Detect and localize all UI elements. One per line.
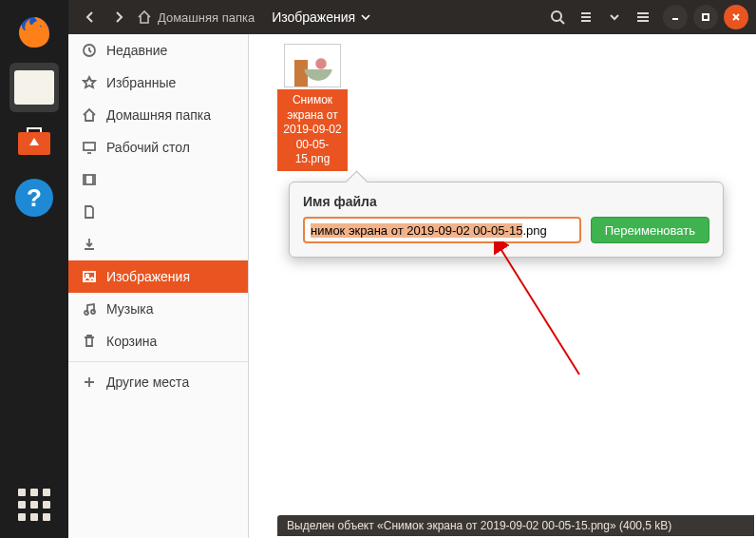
window-maximize-button[interactable] [693,5,718,29]
sidebar-item-label: Домашняя папка [106,107,211,123]
sidebar-item-starred[interactable]: Избранные [68,67,248,99]
annotation-arrow [494,241,608,394]
clock-icon [82,43,97,58]
document-icon [82,204,97,220]
sidebar-item-label: Музыка [106,301,154,317]
file-label: Снимок экрана от 2019-09-02 00-05-15.png [277,89,348,171]
sidebar-item-other-places[interactable]: Другие места [68,366,248,398]
svg-text:?: ? [27,183,42,212]
rename-button[interactable]: Переименовать [591,217,709,243]
nav-forward-button[interactable] [106,5,131,29]
hamburger-menu-button[interactable] [631,5,655,29]
home-icon [82,107,97,123]
svg-point-12 [91,310,95,314]
launcher-dock: ? [0,0,68,538]
view-list-button[interactable] [574,5,598,29]
svg-rect-9 [84,272,95,281]
sidebar-item-desktop[interactable]: Рабочий стол [68,131,248,163]
sidebar-item-label: Изображения [106,269,190,284]
location-current[interactable]: Изображения [264,6,378,29]
sidebar-item-label: Избранные [106,75,176,90]
sidebar-item-recent[interactable]: Недавние [68,34,248,67]
location-label: Изображения [272,10,355,25]
status-text: Выделен объект «Снимок экрана от 2019-09… [287,519,671,532]
image-icon [82,269,97,284]
nav-back-button[interactable] [78,5,103,29]
plus-icon [82,375,97,390]
view-options-dropdown[interactable] [602,5,627,29]
video-icon [82,172,97,187]
star-icon [82,75,97,90]
sidebar-item-pictures[interactable]: Изображения [68,260,248,293]
filename-input-selection: нимок экрана от 2019-09-02 00-05-15 [311,223,522,238]
status-bar: Выделен объект «Снимок экрана от 2019-09… [277,515,754,536]
titlebar: Домашняя папка Изображения [68,0,756,34]
sidebar-item-label: Рабочий стол [106,140,190,155]
file-manager-window: Недавние Избранные Домашняя папка Рабочи… [68,34,756,538]
sidebar-item-documents[interactable] [68,196,248,228]
chevron-down-icon [361,12,370,22]
sidebar-item-music[interactable]: Музыка [68,293,248,325]
breadcrumb[interactable]: Домашняя папка [137,10,255,25]
svg-point-4 [552,11,561,21]
sidebar-item-label: Корзина [106,334,157,349]
dock-app-files[interactable] [9,63,59,112]
rename-popover-title: Имя файла [303,194,709,209]
content-area[interactable]: Снимок экрана от 2019-09-02 00-05-15.png… [249,34,756,538]
trash-icon [82,334,97,349]
home-icon [137,10,152,25]
dock-app-help[interactable]: ? [9,173,59,222]
svg-line-13 [500,247,579,375]
filename-input[interactable]: нимок экрана от 2019-09-02 00-05-15.png [303,217,581,243]
svg-point-11 [85,311,88,315]
download-icon [82,237,97,252]
desktop-icon [82,140,97,155]
svg-rect-7 [84,143,95,150]
files-icon [14,70,54,105]
sidebar-separator [68,361,248,362]
sidebar-item-videos[interactable] [68,163,248,196]
search-button[interactable] [545,5,570,29]
svg-rect-5 [703,14,709,20]
dock-app-grid[interactable] [0,489,68,521]
dock-app-firefox[interactable] [9,8,59,57]
sidebar-item-downloads[interactable] [68,228,248,260]
music-icon [82,301,97,317]
sidebar: Недавние Избранные Домашняя папка Рабочи… [68,34,249,538]
sidebar-item-trash[interactable]: Корзина [68,325,248,357]
window-close-button[interactable] [724,5,748,29]
filename-input-extension: .png [522,223,546,238]
file-thumbnail [284,44,341,87]
dock-app-software[interactable] [9,118,59,167]
file-item[interactable]: Снимок экрана от 2019-09-02 00-05-15.png [277,44,348,171]
window-minimize-button[interactable] [663,5,688,29]
rename-popover: Имя файла нимок экрана от 2019-09-02 00-… [289,182,724,258]
breadcrumb-home-label: Домашняя папка [158,10,255,25]
sidebar-item-home[interactable]: Домашняя папка [68,99,248,131]
sidebar-item-label: Недавние [106,43,167,58]
sidebar-item-label: Другие места [106,375,189,390]
